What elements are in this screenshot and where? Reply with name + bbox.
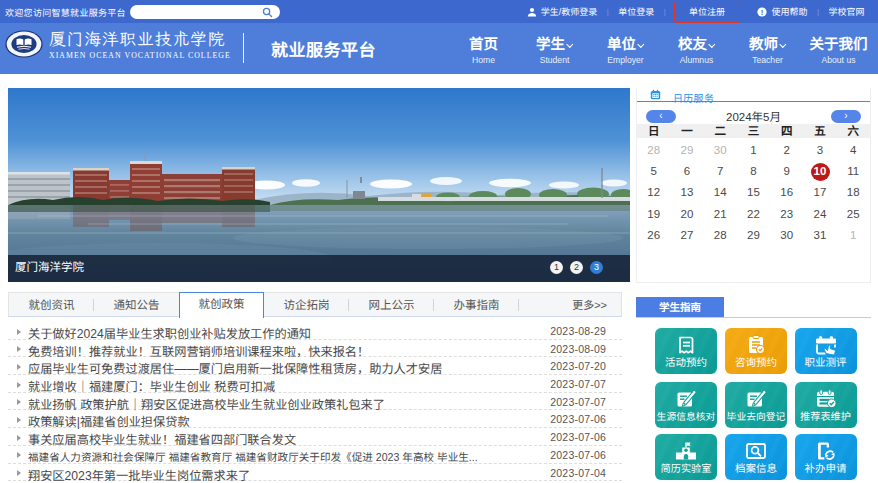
svg-text:!: ! — [761, 7, 764, 16]
